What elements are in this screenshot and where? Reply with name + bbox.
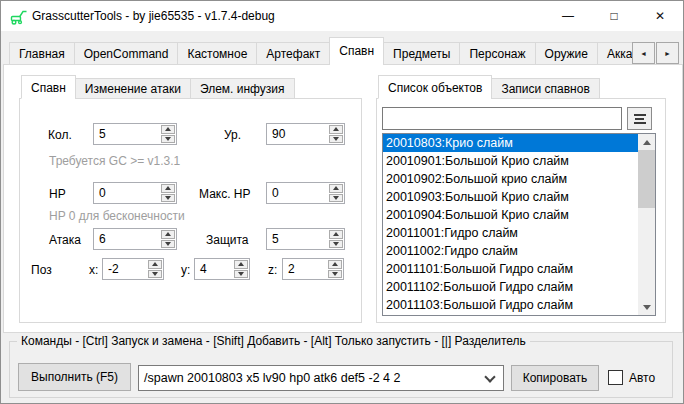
subtab-zapisi-spavnov[interactable]: Записи спавнов xyxy=(491,78,599,99)
list-item[interactable]: 20011002:Гидро слайм xyxy=(383,242,638,260)
count-up-icon[interactable] xyxy=(161,125,175,134)
chevron-down-icon[interactable] xyxy=(484,371,495,382)
auto-checkbox[interactable] xyxy=(608,370,623,385)
subtab-elem-infuziya[interactable]: Элем. инфузия xyxy=(190,78,295,99)
level-spinner: 90 xyxy=(266,123,345,145)
subtab-spisok-obektov[interactable]: Список объектов xyxy=(378,75,492,99)
pos-z-up-icon[interactable] xyxy=(328,260,342,269)
menu-icon xyxy=(634,112,646,126)
minimize-icon[interactable]: — xyxy=(545,1,591,31)
list-item[interactable]: 20010901:Большой Крио слайм xyxy=(383,152,638,170)
subtab-izmenenie-ataki[interactable]: Изменение атаки xyxy=(75,78,191,99)
pos-z-down-icon[interactable] xyxy=(328,270,342,279)
list-item[interactable]: 20011102:Большой Гидро слайм xyxy=(383,278,638,296)
auto-checkbox-label: Авто xyxy=(629,371,655,385)
tab-spavn[interactable]: Спавн xyxy=(329,37,384,65)
hp-zero-note: HP 0 для бесконечности xyxy=(49,209,185,223)
maximize-icon[interactable]: □ xyxy=(591,1,637,31)
pos-z-spinner: 2 xyxy=(282,258,344,280)
tab-kastomnoe[interactable]: Кастомное xyxy=(177,42,257,65)
tab-akkaunt[interactable]: Аккаунт xyxy=(597,42,633,65)
def-label: Защита xyxy=(206,233,249,247)
pos-x-input[interactable]: -2 xyxy=(103,259,147,279)
maxhp-label: Макс. HP xyxy=(199,187,251,201)
close-icon[interactable]: ✕ xyxy=(637,1,683,31)
entity-search-input[interactable] xyxy=(382,107,622,130)
hp-input[interactable]: 0 xyxy=(94,183,160,203)
pos-y-down-icon[interactable] xyxy=(234,270,248,279)
tab-scroll-left-icon[interactable]: ◄ xyxy=(632,42,655,64)
app-icon xyxy=(10,8,28,28)
maxhp-down-icon[interactable] xyxy=(329,194,343,203)
entity-list-items: 20010803:Крио слайм 20010901:Большой Кри… xyxy=(383,134,638,314)
window-controls: — □ ✕ xyxy=(545,1,683,31)
run-button[interactable]: Выполнить (F5) xyxy=(18,363,131,391)
level-up-icon[interactable] xyxy=(329,125,343,134)
list-item[interactable]: 20010803:Крио слайм xyxy=(383,134,638,152)
spawn-sub-tab-strip: Спавн Изменение атаки Элем. инфузия xyxy=(21,75,295,99)
atk-spinner: 6 xyxy=(93,228,177,250)
hp-down-icon[interactable] xyxy=(161,194,175,203)
pos-z-label: z: xyxy=(268,263,277,277)
app-window: GrasscutterTools - by jie65535 - v1.7.4-… xyxy=(0,0,684,404)
tab-predmety[interactable]: Предметы xyxy=(383,42,460,65)
tab-scroll-buttons: ◄ ► xyxy=(631,42,679,64)
def-spinner: 5 xyxy=(266,228,345,250)
pos-y-up-icon[interactable] xyxy=(234,260,248,269)
search-menu-button[interactable] xyxy=(627,107,652,130)
list-item[interactable]: 20010902:Большой крио слайм xyxy=(383,170,638,188)
tab-opencommand[interactable]: OpenCommand xyxy=(74,42,179,65)
def-down-icon[interactable] xyxy=(329,240,343,249)
maxhp-input[interactable]: 0 xyxy=(267,183,328,203)
list-item[interactable]: 20011103:Большой Гидро слайм xyxy=(383,296,638,314)
command-text[interactable]: /spawn 20010803 x5 lv90 hp0 atk6 def5 -2… xyxy=(139,371,486,385)
atk-label: Атака xyxy=(49,233,81,247)
tab-artefakt[interactable]: Артефакт xyxy=(256,42,330,65)
list-scrollbar[interactable] xyxy=(638,134,655,315)
gc-version-note: Требуется GC >= v1.3.1 xyxy=(49,154,180,168)
hp-label: HP xyxy=(49,187,66,201)
pos-y-input[interactable]: 4 xyxy=(195,259,233,279)
pos-y-label: y: xyxy=(181,263,190,277)
list-item[interactable]: 20010904:Большой Крио слайм xyxy=(383,206,638,224)
main-tab-strip: Главная OpenCommand Кастомное Артефакт С… xyxy=(9,37,633,65)
scroll-down-icon[interactable] xyxy=(638,299,655,315)
atk-down-icon[interactable] xyxy=(161,240,175,249)
tab-scroll-right-icon[interactable]: ► xyxy=(656,42,679,64)
maxhp-spinner: 0 xyxy=(266,182,345,204)
hp-up-icon[interactable] xyxy=(161,184,175,193)
scroll-up-icon[interactable] xyxy=(638,134,655,150)
maxhp-up-icon[interactable] xyxy=(329,184,343,193)
pos-x-up-icon[interactable] xyxy=(148,260,162,269)
pos-x-label: x: xyxy=(89,263,98,277)
tab-glavnaya[interactable]: Главная xyxy=(9,42,75,65)
atk-input[interactable]: 6 xyxy=(94,229,160,249)
entity-listbox: 20010803:Крио слайм 20010901:Большой Кри… xyxy=(382,133,656,316)
commands-group-title: Команды - [Ctrl] Запуск и замена - [Shif… xyxy=(17,334,530,348)
tab-personazh[interactable]: Персонаж xyxy=(459,42,535,65)
level-input[interactable]: 90 xyxy=(267,124,328,144)
hp-spinner: 0 xyxy=(93,182,177,204)
title-bar: GrasscutterTools - by jie65535 - v1.7.4-… xyxy=(1,1,683,31)
level-down-icon[interactable] xyxy=(329,135,343,144)
pos-label: Поз xyxy=(31,263,52,277)
list-item[interactable]: 20011001:Гидро слайм xyxy=(383,224,638,242)
count-input[interactable]: 5 xyxy=(94,124,160,144)
pos-x-down-icon[interactable] xyxy=(148,270,162,279)
count-down-icon[interactable] xyxy=(161,135,175,144)
command-combobox[interactable]: /spawn 20010803 x5 lv90 hp0 atk6 def5 -2… xyxy=(138,365,504,391)
tab-oruzhie[interactable]: Оружие xyxy=(535,42,598,65)
window-title: GrasscutterTools - by jie65535 - v1.7.4-… xyxy=(32,9,275,23)
copy-button[interactable]: Копировать xyxy=(511,365,599,391)
pos-z-input[interactable]: 2 xyxy=(283,259,327,279)
level-label: Ур. xyxy=(224,128,241,142)
count-label: Кол. xyxy=(48,128,72,142)
def-input[interactable]: 5 xyxy=(267,229,328,249)
pos-x-spinner: -2 xyxy=(102,258,164,280)
list-item[interactable]: 20011101:Большой Гидро слайм xyxy=(383,260,638,278)
list-item[interactable]: 20010903:Большой Крио слайм xyxy=(383,188,638,206)
scrollbar-thumb[interactable] xyxy=(638,150,655,208)
atk-up-icon[interactable] xyxy=(161,230,175,239)
subtab-spavn[interactable]: Спавн xyxy=(21,75,76,99)
def-up-icon[interactable] xyxy=(329,230,343,239)
